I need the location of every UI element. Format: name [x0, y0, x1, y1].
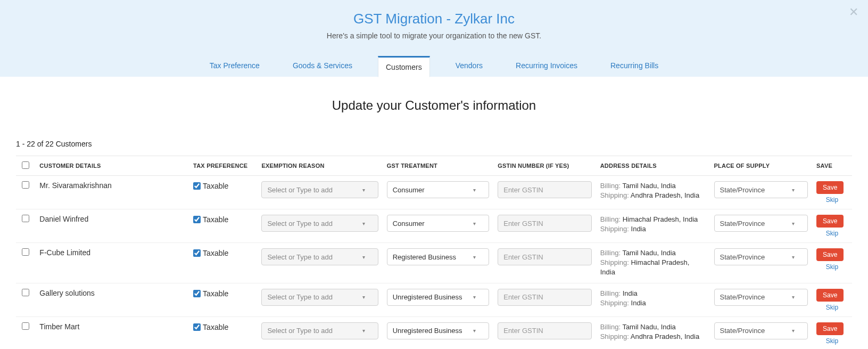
billing-label: Billing: [600, 215, 621, 223]
gst-treatment-select[interactable]: Registered Business▾ [387, 248, 490, 265]
taxable-checkbox[interactable] [193, 290, 201, 297]
taxable-label: Taxable [203, 215, 228, 224]
result-count: 1 - 22 of 22 Customers [16, 140, 852, 148]
save-button[interactable]: Save [816, 289, 844, 302]
place-of-supply-select[interactable]: State/Province▾ [714, 215, 808, 232]
table-row: Daniel WinfredTaxableSelect or Type to a… [16, 209, 852, 243]
chevron-down-icon: ▾ [792, 254, 795, 260]
billing-address: Billing: India [600, 289, 706, 298]
billing-value: Tamil Nadu, India [622, 323, 675, 331]
place-of-supply-placeholder: State/Province [720, 186, 765, 194]
taxable-checkbox[interactable] [193, 182, 201, 190]
chevron-down-icon: ▾ [362, 221, 365, 226]
exemption-reason-select[interactable]: Select or Type to add▾ [261, 289, 378, 306]
place-of-supply-select[interactable]: State/Province▾ [714, 322, 808, 339]
gstin-input[interactable] [498, 248, 591, 265]
skip-link[interactable]: Skip [816, 196, 848, 204]
header-save: Save [812, 156, 852, 176]
place-of-supply-placeholder: State/Province [720, 220, 765, 228]
place-of-supply-select[interactable]: State/Province▾ [714, 181, 808, 198]
shipping-address: Shipping: Andhra Pradesh, India [600, 191, 706, 200]
table-header-row: Customer Details Tax Preference Exemptio… [16, 156, 852, 176]
row-select-checkbox[interactable] [22, 322, 29, 330]
customer-name: F-Cube Limited [35, 243, 189, 283]
exemption-reason-select[interactable]: Select or Type to add▾ [261, 322, 378, 339]
tab-tax-preference[interactable]: Tax Preference [202, 56, 267, 77]
row-select-checkbox[interactable] [22, 248, 29, 256]
close-icon[interactable]: ✕ [849, 5, 858, 19]
taxable-label: Taxable [203, 289, 228, 298]
tab-vendors[interactable]: Vendors [448, 56, 490, 77]
customer-name: Timber Mart [35, 316, 189, 349]
place-of-supply-placeholder: State/Province [720, 253, 765, 261]
save-button[interactable]: Save [816, 322, 844, 335]
exemption-placeholder: Select or Type to add [267, 186, 333, 194]
save-button[interactable]: Save [816, 248, 844, 261]
chevron-down-icon: ▾ [362, 187, 365, 193]
tab-recurring-invoices[interactable]: Recurring Invoices [508, 56, 585, 77]
skip-link[interactable]: Skip [816, 304, 848, 311]
gstin-input[interactable] [498, 215, 591, 232]
gstin-input[interactable] [498, 181, 591, 198]
table-row: Gallery solutionsTaxableSelect or Type t… [16, 283, 852, 316]
exemption-placeholder: Select or Type to add [267, 220, 333, 228]
billing-label: Billing: [600, 182, 621, 190]
shipping-address: Shipping: India [600, 298, 706, 308]
shipping-address: Shipping: Andhra Pradesh, India [600, 332, 706, 342]
table-row: Timber MartTaxableSelect or Type to add▾… [16, 316, 852, 349]
section-title: Update your Customer's information [0, 98, 868, 113]
shipping-label: Shipping: [600, 332, 629, 340]
exemption-reason-select[interactable]: Select or Type to add▾ [261, 248, 378, 265]
place-of-supply-placeholder: State/Province [720, 327, 765, 335]
chevron-down-icon: ▾ [473, 328, 476, 334]
gstin-input[interactable] [498, 322, 591, 339]
gstin-input[interactable] [498, 289, 591, 306]
select-all-checkbox[interactable] [22, 161, 29, 169]
table-row: F-Cube LimitedTaxableSelect or Type to a… [16, 243, 852, 283]
taxable-checkbox[interactable] [193, 323, 201, 331]
exemption-reason-select[interactable]: Select or Type to add▾ [261, 181, 378, 198]
chevron-down-icon: ▾ [473, 254, 476, 260]
gst-treatment-select[interactable]: Consumer▾ [387, 181, 490, 198]
header-address: Address Details [596, 156, 710, 176]
place-of-supply-select[interactable]: State/Province▾ [714, 289, 808, 306]
row-select-checkbox[interactable] [22, 215, 29, 222]
chevron-down-icon: ▾ [362, 328, 365, 334]
billing-address: Billing: Himachal Pradesh, India [600, 215, 706, 224]
header-place: Place of Supply [710, 156, 812, 176]
gst-treatment-select[interactable]: Consumer▾ [387, 215, 490, 232]
exemption-placeholder: Select or Type to add [267, 293, 333, 301]
billing-address: Billing: Tamil Nadu, India [600, 248, 706, 258]
gst-treatment-select[interactable]: Unregistered Business▾ [387, 322, 490, 339]
gst-treatment-select[interactable]: Unregistered Business▾ [387, 289, 490, 306]
billing-value: Himachal Pradesh, India [623, 215, 698, 223]
shipping-value: Andhra Pradesh, India [631, 191, 699, 199]
chevron-down-icon: ▾ [792, 294, 795, 300]
tab-goods-services[interactable]: Goods & Services [285, 56, 360, 77]
chevron-down-icon: ▾ [792, 221, 795, 226]
place-of-supply-select[interactable]: State/Province▾ [714, 248, 808, 265]
billing-value: Tamil Nadu, India [622, 182, 675, 190]
tab-customers[interactable]: Customers [378, 56, 430, 77]
shipping-value: India [631, 225, 646, 233]
taxable-label: Taxable [203, 249, 228, 257]
place-of-supply-placeholder: State/Province [720, 293, 765, 301]
row-select-checkbox[interactable] [22, 181, 29, 189]
chevron-down-icon: ▾ [362, 254, 365, 260]
skip-link[interactable]: Skip [816, 337, 848, 345]
page-title: GST Migration - Zylkar Inc [0, 11, 868, 27]
save-button[interactable]: Save [816, 181, 844, 194]
exemption-placeholder: Select or Type to add [267, 253, 333, 261]
exemption-reason-select[interactable]: Select or Type to add▾ [261, 215, 378, 232]
save-button[interactable]: Save [816, 215, 844, 228]
chevron-down-icon: ▾ [792, 328, 795, 334]
shipping-label: Shipping: [600, 225, 629, 233]
row-select-checkbox[interactable] [22, 289, 29, 296]
taxable-checkbox[interactable] [193, 216, 201, 223]
billing-label: Billing: [600, 289, 621, 297]
tab-recurring-bills[interactable]: Recurring Bills [603, 56, 666, 77]
skip-link[interactable]: Skip [816, 263, 848, 271]
skip-link[interactable]: Skip [816, 230, 848, 237]
taxable-checkbox[interactable] [193, 249, 201, 257]
billing-value: Tamil Nadu, India [622, 249, 675, 257]
